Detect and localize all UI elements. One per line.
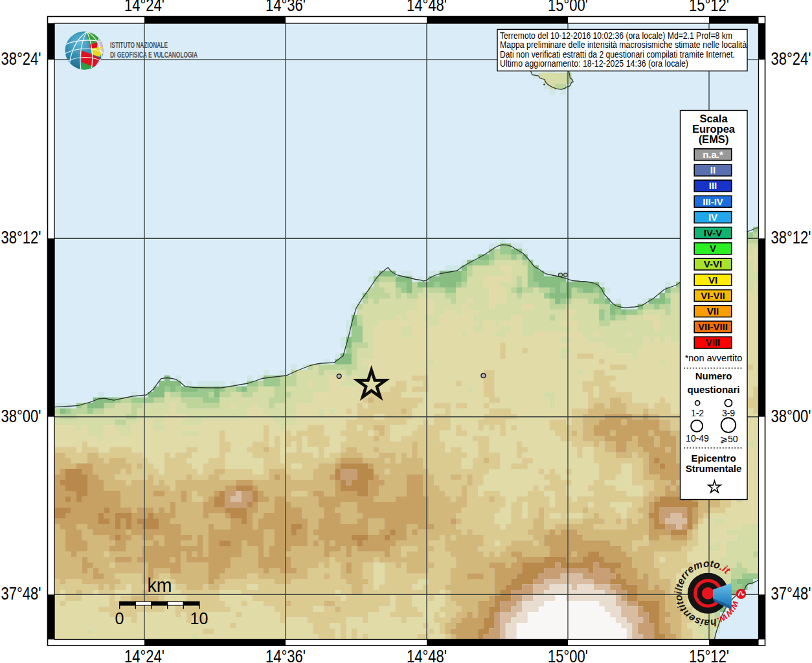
svg-text:⩾50: ⩾50 — [720, 434, 738, 444]
svg-text:km: km — [148, 575, 172, 596]
svg-text:14°24': 14°24' — [124, 0, 164, 15]
svg-text:38°24': 38°24' — [771, 49, 811, 69]
svg-text:15°12': 15°12' — [689, 0, 729, 15]
svg-text:14°48': 14°48' — [407, 647, 447, 663]
svg-text:V: V — [710, 243, 716, 254]
svg-text:questionari: questionari — [688, 384, 740, 395]
svg-text:10-49: 10-49 — [686, 433, 709, 444]
svg-text:Terremoto del 10-12-2016 10:02: Terremoto del 10-12-2016 10:02:36 (ora l… — [500, 31, 732, 41]
svg-text:37°48': 37°48' — [1, 584, 41, 603]
svg-text:3-9: 3-9 — [722, 408, 735, 418]
svg-text:15°12': 15°12' — [689, 647, 729, 663]
svg-text:II: II — [710, 164, 716, 175]
svg-text:V-VI: V-VI — [704, 258, 722, 269]
svg-text:Strumentale: Strumentale — [686, 463, 742, 474]
svg-text:38°00': 38°00' — [771, 407, 811, 426]
svg-text:IV: IV — [708, 212, 717, 223]
svg-text:(EMS): (EMS) — [699, 133, 729, 145]
svg-text:15°00': 15°00' — [548, 647, 588, 663]
svg-text:38°12': 38°12' — [771, 228, 811, 247]
svg-text:14°48': 14°48' — [407, 0, 447, 15]
svg-text:10: 10 — [190, 609, 209, 627]
svg-text:III: III — [709, 180, 717, 191]
svg-text:38°24': 38°24' — [1, 49, 41, 69]
svg-text:III-IV: III-IV — [703, 196, 723, 207]
svg-text:14°24': 14°24' — [124, 647, 164, 663]
svg-text:15°00': 15°00' — [548, 0, 588, 15]
svg-text:Numero: Numero — [695, 370, 732, 381]
svg-text:14°36': 14°36' — [265, 647, 306, 663]
svg-text:VI: VI — [708, 275, 717, 286]
svg-text:14°36': 14°36' — [265, 0, 306, 15]
svg-text:VIII: VIII — [706, 337, 721, 348]
svg-text:Dati non verificati estratti d: Dati non verificati estratti da 2 questi… — [500, 50, 735, 60]
svg-text:38°00': 38°00' — [1, 407, 41, 426]
svg-text:Epicentro: Epicentro — [691, 453, 736, 464]
svg-text:VII: VII — [707, 306, 719, 317]
svg-text:*non avvertito: *non avvertito — [685, 353, 743, 363]
svg-text:DI GEOFISICA E VULCANOLOGIA: DI GEOFISICA E VULCANOLOGIA — [110, 51, 197, 60]
svg-text:n.a.*: n.a.* — [703, 149, 723, 160]
svg-text:38°12': 38°12' — [1, 228, 41, 247]
svg-text:ISTITUTO NAZIONALE: ISTITUTO NAZIONALE — [110, 41, 168, 50]
svg-text:0: 0 — [115, 609, 124, 627]
svg-text:1-2: 1-2 — [691, 408, 704, 418]
svg-text:Ultimo aggiornamento: 18-12-20: Ultimo aggiornamento: 18-12-2025 14:36 (… — [500, 59, 688, 69]
svg-text:37°48': 37°48' — [771, 584, 811, 603]
svg-text:Mappa preliminare delle intens: Mappa preliminare delle intensità macros… — [500, 40, 747, 50]
svg-text:IV-V: IV-V — [704, 227, 722, 238]
svg-text:VII-VIII: VII-VIII — [698, 321, 728, 332]
svg-text:VI-VII: VI-VII — [701, 290, 725, 301]
